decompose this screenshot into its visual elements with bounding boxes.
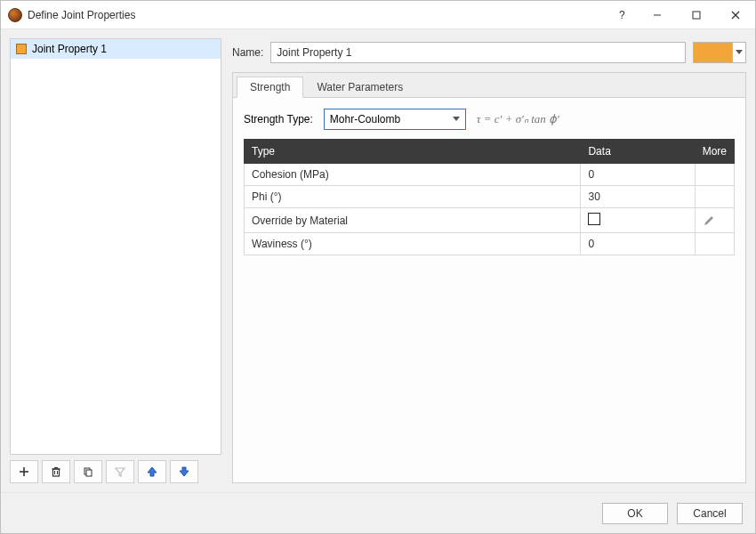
override-checkbox[interactable] bbox=[588, 213, 600, 225]
param-name: Phi (°) bbox=[245, 186, 581, 208]
name-label: Name: bbox=[232, 46, 263, 59]
main-panel: Name: Strength Water Parameters Strength… bbox=[232, 38, 746, 483]
col-type: Type bbox=[245, 140, 581, 164]
copy-button[interactable] bbox=[74, 460, 102, 483]
titlebar: Define Joint Properties ? bbox=[1, 1, 755, 29]
close-button[interactable] bbox=[716, 1, 755, 28]
table-row[interactable]: Waviness (°) 0 bbox=[245, 233, 735, 255]
col-data: Data bbox=[581, 140, 695, 164]
param-name: Override by Material bbox=[245, 208, 581, 233]
add-button[interactable] bbox=[10, 460, 38, 483]
svg-marker-18 bbox=[453, 117, 460, 121]
tab-strip: Strength Water Parameters bbox=[233, 73, 745, 98]
strength-type-value: Mohr-Coulomb bbox=[330, 113, 400, 125]
strength-formula: τ = c′ + σ′ₙ tan ϕ′ bbox=[477, 112, 559, 126]
param-more bbox=[695, 164, 734, 186]
delete-button[interactable] bbox=[42, 460, 70, 483]
help-button[interactable]: ? bbox=[607, 1, 638, 28]
dialog-footer: OK Cancel bbox=[1, 492, 755, 533]
table-row[interactable]: Cohesion (MPa) 0 bbox=[245, 164, 735, 186]
maximize-button[interactable] bbox=[677, 1, 716, 28]
svg-rect-7 bbox=[53, 469, 60, 476]
ok-button[interactable]: OK bbox=[602, 503, 668, 524]
svg-rect-13 bbox=[86, 470, 92, 476]
name-row: Name: bbox=[232, 38, 746, 72]
strength-type-select[interactable]: Mohr-Coulomb bbox=[324, 109, 466, 130]
chevron-down-icon bbox=[733, 50, 745, 55]
table-row[interactable]: Override by Material bbox=[245, 208, 735, 233]
tab-strength[interactable]: Strength bbox=[237, 77, 303, 98]
name-input[interactable] bbox=[270, 42, 686, 63]
cancel-button[interactable]: Cancel bbox=[677, 503, 743, 524]
svg-marker-16 bbox=[180, 467, 189, 476]
chevron-down-icon bbox=[453, 117, 460, 122]
param-value[interactable]: 0 bbox=[581, 164, 695, 186]
strength-type-label: Strength Type: bbox=[244, 113, 313, 125]
edit-icon bbox=[703, 214, 715, 227]
window-title: Define Joint Properties bbox=[28, 9, 607, 21]
color-swatch-icon bbox=[16, 44, 27, 54]
sidebar: Joint Property 1 bbox=[10, 38, 221, 483]
move-up-button[interactable] bbox=[138, 460, 166, 483]
color-chip bbox=[694, 43, 733, 62]
param-value[interactable]: 0 bbox=[581, 233, 695, 255]
sidebar-toolbar bbox=[10, 460, 221, 483]
list-item-label: Joint Property 1 bbox=[32, 43, 107, 55]
param-more[interactable] bbox=[695, 208, 734, 233]
param-more bbox=[695, 186, 734, 208]
color-picker-button[interactable] bbox=[693, 42, 746, 63]
tab-body-strength: Strength Type: Mohr-Coulomb τ = c′ + σ′ₙ… bbox=[233, 98, 745, 266]
param-value[interactable]: 30 bbox=[581, 186, 695, 208]
svg-marker-17 bbox=[736, 50, 743, 54]
param-more bbox=[695, 233, 734, 255]
param-name: Cohesion (MPa) bbox=[245, 164, 581, 186]
svg-marker-15 bbox=[148, 467, 157, 476]
svg-marker-14 bbox=[116, 468, 125, 476]
tab-container: Strength Water Parameters Strength Type:… bbox=[232, 72, 746, 483]
dialog-window: Define Joint Properties ? Joint Property… bbox=[0, 0, 756, 534]
move-down-button[interactable] bbox=[170, 460, 198, 483]
param-value[interactable] bbox=[581, 208, 695, 233]
svg-rect-2 bbox=[693, 12, 700, 19]
parameters-table: Type Data More Cohesion (MPa) 0 bbox=[244, 139, 735, 255]
strength-type-row: Strength Type: Mohr-Coulomb τ = c′ + σ′ₙ… bbox=[244, 109, 735, 130]
table-row[interactable]: Phi (°) 30 bbox=[245, 186, 735, 208]
tab-water-parameters[interactable]: Water Parameters bbox=[303, 76, 416, 97]
dialog-body: Joint Property 1 bbox=[1, 29, 755, 492]
filter-button[interactable] bbox=[106, 460, 134, 483]
window-controls: ? bbox=[607, 1, 755, 28]
list-item[interactable]: Joint Property 1 bbox=[11, 39, 221, 59]
param-name: Waviness (°) bbox=[245, 233, 581, 255]
minimize-button[interactable] bbox=[638, 1, 677, 28]
app-icon bbox=[8, 8, 22, 22]
property-list[interactable]: Joint Property 1 bbox=[10, 38, 221, 455]
svg-text:?: ? bbox=[619, 9, 625, 21]
col-more: More bbox=[695, 140, 734, 164]
